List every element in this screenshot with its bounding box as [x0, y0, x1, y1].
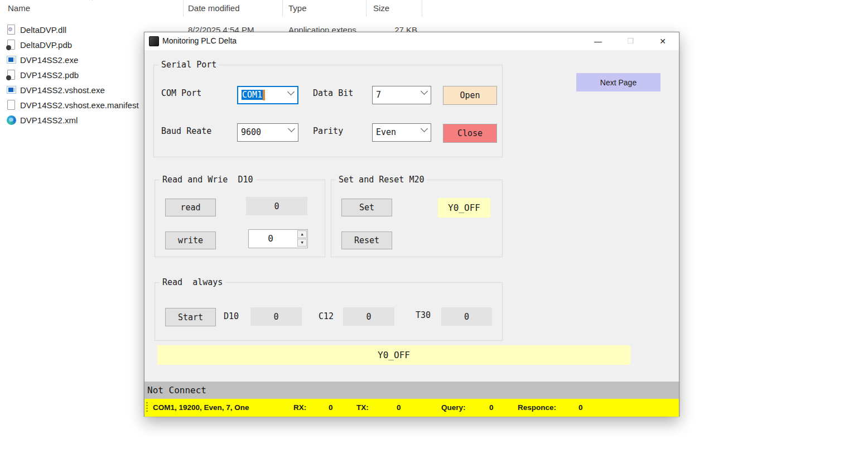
next-page-button[interactable]: Next Page	[576, 73, 660, 91]
response-value: 0	[578, 399, 583, 417]
close-port-button[interactable]: Close	[443, 124, 497, 143]
data-bit-select[interactable]: 7	[372, 86, 431, 104]
column-header-size[interactable]: Size	[373, 3, 389, 13]
file-name: DVP14SS2.vshost.exe.manifest	[20, 100, 139, 110]
read-write-group-title: Read and Wrie D10	[160, 175, 256, 185]
baud-rate-value: 9600	[241, 127, 261, 137]
file-name: DVP14SS2.vshost.exe	[20, 85, 105, 95]
parity-select[interactable]: Even	[372, 123, 431, 142]
com-port-label: COM Port	[161, 88, 201, 98]
baud-rate-select[interactable]: 9600	[237, 123, 298, 142]
exe-file-icon	[7, 55, 16, 65]
y0-status-banner: Y0_OFF	[157, 345, 630, 365]
open-port-button[interactable]: Open	[443, 86, 497, 105]
t30-label: T30	[416, 310, 431, 320]
file-name: DeltaDVP.dll	[20, 25, 66, 35]
write-value[interactable]: 0	[249, 233, 292, 244]
serial-port-group: Serial Port	[153, 65, 503, 157]
baud-rate-label: Baud Reate	[161, 126, 211, 136]
column-divider[interactable]	[422, 0, 422, 17]
app-icon	[149, 36, 159, 46]
response-label: Responce:	[518, 399, 556, 417]
com-port-select[interactable]: COM1	[237, 86, 298, 104]
column-header-date-modified[interactable]: Date modified	[188, 3, 240, 13]
read-always-group-title: Read always	[160, 277, 225, 287]
chevron-down-icon[interactable]	[288, 125, 295, 132]
write-button[interactable]: write	[165, 232, 216, 249]
maximize-button: ❒	[618, 32, 643, 50]
file-name: DVP14SS2.pdb	[20, 70, 79, 80]
chevron-down-icon[interactable]	[421, 88, 428, 95]
d10-value-display: 0	[250, 307, 302, 326]
start-button[interactable]: Start	[165, 308, 216, 326]
query-label: Query:	[441, 399, 466, 417]
dll-file-icon: ⚙	[7, 25, 16, 35]
text-caret	[263, 90, 265, 100]
file-name: DVP14SS2.xml	[20, 115, 78, 125]
close-window-button[interactable]: ✕	[650, 32, 676, 50]
d10-label: D10	[224, 311, 239, 321]
pdb-file-icon	[7, 70, 16, 80]
read-value-display: 0	[246, 197, 307, 215]
chevron-down-icon[interactable]	[421, 125, 428, 132]
write-value-stepper[interactable]: 0 ▲ ▼	[248, 229, 308, 248]
tx-label: TX:	[356, 399, 369, 417]
connection-settings-text: COM1, 19200, Even, 7, One	[153, 399, 249, 417]
rx-value: 0	[329, 399, 333, 417]
c12-label: C12	[319, 311, 334, 321]
query-value: 0	[489, 399, 494, 417]
data-bit-label: Data Bit	[313, 88, 353, 98]
minimize-button[interactable]: —	[585, 32, 611, 50]
set-reset-group-title: Set and Reset M20	[336, 175, 427, 185]
connection-status-bar: Not Connect	[144, 382, 679, 399]
column-divider[interactable]	[366, 0, 367, 17]
com-port-value: COM1	[242, 90, 263, 100]
t30-value-display: 0	[441, 307, 492, 326]
rx-label: RX:	[293, 399, 306, 417]
status-strip-grip-icon	[146, 402, 148, 413]
pdb-file-icon	[7, 40, 16, 50]
monitoring-plc-delta-window: Monitoring PLC Delta — ❒ ✕ Serial Port C…	[144, 32, 679, 417]
file-name: DVP14SS2.exe	[20, 55, 78, 65]
chevron-down-icon[interactable]	[287, 88, 295, 95]
exe-file-icon	[7, 85, 16, 95]
column-header-type[interactable]: Type	[288, 3, 307, 13]
stepper-down-icon[interactable]: ▼	[297, 239, 307, 247]
edge-browser-icon	[7, 115, 16, 125]
column-divider[interactable]	[183, 0, 184, 17]
serial-port-group-title: Serial Port	[158, 60, 219, 70]
manifest-file-icon	[7, 100, 16, 110]
column-header-name[interactable]: Name	[8, 3, 30, 13]
parity-label: Parity	[313, 126, 343, 136]
reset-button[interactable]: Reset	[341, 232, 392, 249]
window-title: Monitoring PLC Delta	[162, 36, 237, 45]
set-button[interactable]: Set	[341, 199, 392, 216]
file-name: DeltaDVP.pdb	[20, 40, 72, 50]
data-bit-value: 7	[376, 90, 381, 100]
stepper-up-icon[interactable]: ▲	[297, 230, 307, 238]
m20-status-label: Y0_OFF	[438, 198, 490, 218]
c12-value-display: 0	[343, 307, 394, 326]
read-button[interactable]: read	[165, 199, 216, 216]
sort-ascending-icon[interactable]: ⌃	[88, 0, 94, 6]
parity-value: Even	[376, 127, 396, 137]
tx-value: 0	[397, 399, 401, 417]
title-bar[interactable]: Monitoring PLC Delta — ❒ ✕	[144, 32, 679, 50]
status-strip: COM1, 19200, Even, 7, One RX: 0 TX: 0 Qu…	[144, 399, 679, 417]
column-divider[interactable]	[282, 0, 283, 17]
